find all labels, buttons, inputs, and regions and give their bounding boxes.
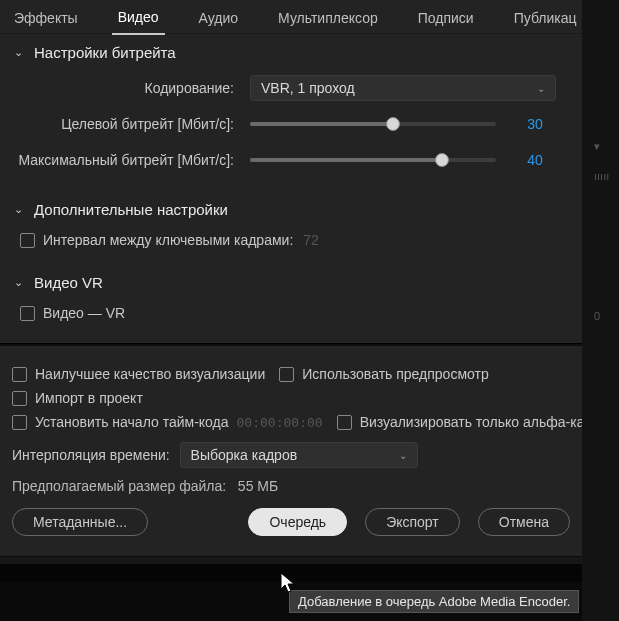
set-timecode-label[interactable]: Установить начало тайм-кода: [35, 414, 229, 430]
timecode-value: 00:00:00:00: [237, 415, 323, 430]
interpolation-select[interactable]: Выборка кадров ⌄: [180, 442, 418, 468]
section-bitrate-header[interactable]: ⌄ Настройки битрейта: [14, 44, 568, 61]
chevron-down-icon: ⌄: [537, 83, 545, 94]
bottom-gap: [0, 564, 582, 582]
section-advanced-title: Дополнительные настройки: [34, 201, 228, 218]
interpolation-label: Интерполяция времени:: [12, 447, 170, 463]
timeline-strip: ▾ ııııı 0: [582, 0, 619, 621]
section-advanced-header[interactable]: ⌄ Дополнительные настройки: [14, 201, 568, 218]
chevron-down-icon: ⌄: [14, 276, 28, 289]
vr-video-label[interactable]: Видео — VR: [43, 305, 125, 321]
section-bitrate-title: Настройки битрейта: [34, 44, 176, 61]
timeline-marker: 0: [594, 310, 619, 323]
slider-thumb[interactable]: [435, 153, 449, 167]
timeline-ticks: ııııı: [594, 170, 619, 183]
tab-captions[interactable]: Подписи: [412, 6, 480, 34]
max-bitrate-label: Максимальный битрейт [Мбит/с]:: [14, 152, 250, 168]
section-vr-header[interactable]: ⌄ Видео VR: [14, 274, 568, 291]
tab-effects[interactable]: Эффекты: [8, 6, 84, 34]
section-bitrate: ⌄ Настройки битрейта Кодирование: VBR, 1…: [0, 34, 582, 191]
encoding-value: VBR, 1 проход: [261, 80, 355, 96]
timeline-caret-icon: ▾: [594, 140, 619, 153]
section-vr-title: Видео VR: [34, 274, 103, 291]
encoding-select[interactable]: VBR, 1 проход ⌄: [250, 75, 556, 101]
cancel-button[interactable]: Отмена: [478, 508, 570, 536]
vr-video-checkbox[interactable]: [20, 306, 35, 321]
use-preview-label[interactable]: Использовать предпросмотр: [302, 366, 488, 382]
slider-thumb[interactable]: [386, 117, 400, 131]
tab-video[interactable]: Видео: [112, 5, 165, 35]
export-options: Наилучшее качество визуализации Использо…: [0, 346, 582, 556]
tab-multiplexer[interactable]: Мультиплексор: [272, 6, 384, 34]
target-bitrate-label: Целевой битрейт [Мбит/с]:: [14, 116, 250, 132]
tab-bar: Эффекты Видео Аудио Мультиплексор Подпис…: [0, 0, 582, 34]
section-vr: ⌄ Видео VR Видео — VR: [0, 264, 582, 343]
best-quality-checkbox[interactable]: [12, 367, 27, 382]
chevron-down-icon: ⌄: [399, 450, 407, 461]
metadata-button[interactable]: Метаданные...: [12, 508, 148, 536]
tab-publish[interactable]: Публикац: [508, 6, 583, 34]
queue-tooltip: Добавление в очередь Adobe Media Encoder…: [289, 590, 579, 613]
queue-button[interactable]: Очередь: [248, 508, 347, 536]
estimated-size-value: 55 МБ: [238, 478, 278, 494]
max-bitrate-value[interactable]: 40: [514, 152, 556, 168]
alpha-only-label[interactable]: Визуализировать только альфа-кана: [360, 414, 600, 430]
alpha-only-checkbox[interactable]: [337, 415, 352, 430]
target-bitrate-value[interactable]: 30: [514, 116, 556, 132]
keyframe-interval-checkbox[interactable]: [20, 233, 35, 248]
encoding-label: Кодирование:: [14, 80, 250, 96]
keyframe-interval-value: 72: [303, 232, 319, 248]
chevron-down-icon: ⌄: [14, 46, 28, 59]
interpolation-value: Выборка кадров: [191, 447, 298, 463]
tab-audio[interactable]: Аудио: [193, 6, 245, 34]
section-advanced: ⌄ Дополнительные настройки Интервал межд…: [0, 191, 582, 264]
best-quality-label[interactable]: Наилучшее качество визуализации: [35, 366, 265, 382]
import-project-label[interactable]: Импорт в проект: [35, 390, 143, 406]
estimated-size-label: Предполагаемый размер файла:: [12, 478, 226, 494]
footer-bar: [0, 556, 582, 564]
use-preview-checkbox[interactable]: [279, 367, 294, 382]
import-project-checkbox[interactable]: [12, 391, 27, 406]
keyframe-interval-label[interactable]: Интервал между ключевыми кадрами:: [43, 232, 293, 248]
estimated-size: Предполагаемый размер файла: 55 МБ: [12, 478, 570, 494]
chevron-down-icon: ⌄: [14, 203, 28, 216]
set-timecode-checkbox[interactable]: [12, 415, 27, 430]
export-button[interactable]: Экспорт: [365, 508, 460, 536]
target-bitrate-slider[interactable]: [250, 122, 496, 126]
max-bitrate-slider[interactable]: [250, 158, 496, 162]
